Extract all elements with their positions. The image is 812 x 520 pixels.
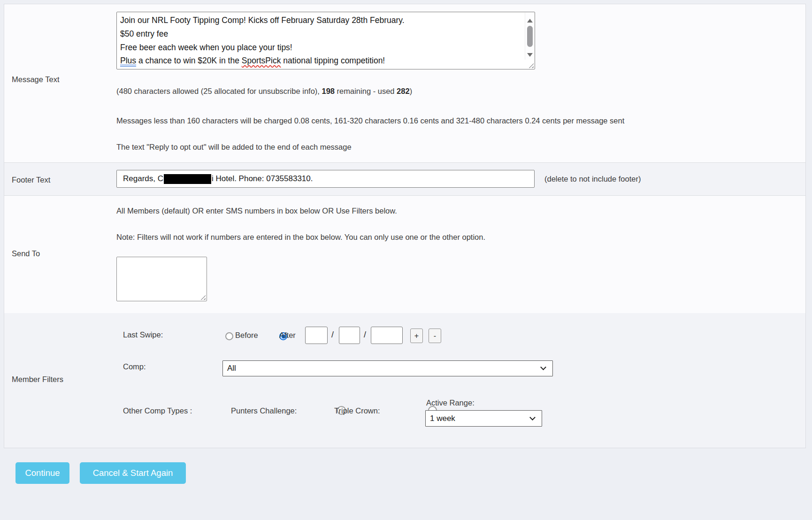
footer-hint: (delete to not include footer) (544, 175, 641, 184)
cancel-start-again-button[interactable]: Cancel & Start Again (80, 462, 186, 484)
scrollbar-up-arrow-icon[interactable] (527, 16, 533, 23)
triple-crown-label: Triple Crown: (334, 406, 380, 415)
textarea-scrollbar[interactable] (525, 13, 534, 60)
last-swipe-label: Last Swipe: (123, 330, 163, 339)
redaction-box (164, 174, 211, 184)
member-filters-label: Member Filters (12, 375, 63, 384)
date-separator: / (364, 330, 366, 340)
punters-challenge-label: Punters Challenge: (231, 406, 297, 415)
character-count-info: (480 characters allowed (25 allocated fo… (116, 87, 412, 96)
continue-button[interactable]: Continue (15, 462, 69, 484)
date-day-input[interactable] (305, 327, 328, 344)
sendto-instruction: All Members (default) OR enter SMS numbe… (116, 206, 397, 215)
date-minus-button[interactable]: - (429, 329, 441, 343)
date-month-input[interactable] (339, 327, 360, 344)
date-separator: / (331, 330, 334, 340)
footer-text-input[interactable]: Regards, Ci Hotel. Phone: 0735583310. (116, 170, 535, 188)
footer-text-label: Footer Text (12, 176, 50, 184)
send-to-label: Send To (12, 249, 40, 258)
scrollbar-down-arrow-icon[interactable] (527, 53, 533, 60)
sms-numbers-textarea[interactable] (116, 257, 207, 301)
date-year-input[interactable] (371, 327, 403, 344)
footer-value-prefix: Regards, C (123, 174, 163, 184)
footer-value-suffix: i Hotel. Phone: 0735583310. (212, 174, 313, 184)
active-range-select[interactable]: 1 week (425, 410, 542, 427)
comp-label: Comp: (123, 362, 146, 371)
scrollbar-thumb[interactable] (527, 26, 533, 47)
sms-compose-page: Message Text Join our NRL Footy Tipping … (0, 0, 812, 520)
chevron-down-icon (529, 414, 536, 421)
date-plus-button[interactable]: + (410, 329, 423, 343)
message-textarea[interactable]: Join our NRL Footy Tipping Comp! Kicks o… (116, 12, 535, 69)
after-radio-label: After (279, 331, 296, 340)
active-range-label: Active Range: (426, 398, 475, 407)
message-textarea-content: Join our NRL Footy Tipping Comp! Kicks o… (120, 14, 521, 68)
message-text-label: Message Text (12, 75, 60, 84)
optout-note: The text "Reply to opt out" will be adde… (116, 143, 352, 152)
other-comp-types-label: Other Comp Types : (123, 406, 192, 415)
sendto-note: Note: Filters will not work if numbers a… (116, 233, 485, 242)
resize-gripper-icon[interactable] (527, 61, 534, 68)
comp-selected-value: All (227, 364, 236, 373)
form-panel (4, 4, 806, 448)
chevron-down-icon (540, 364, 546, 370)
before-radio-label: Before (235, 331, 258, 340)
pricing-note: Messages less than 160 characters will b… (116, 116, 624, 125)
comp-select[interactable]: All (222, 360, 553, 376)
resize-gripper-icon[interactable] (199, 293, 206, 300)
active-range-selected-value: 1 week (430, 414, 455, 423)
